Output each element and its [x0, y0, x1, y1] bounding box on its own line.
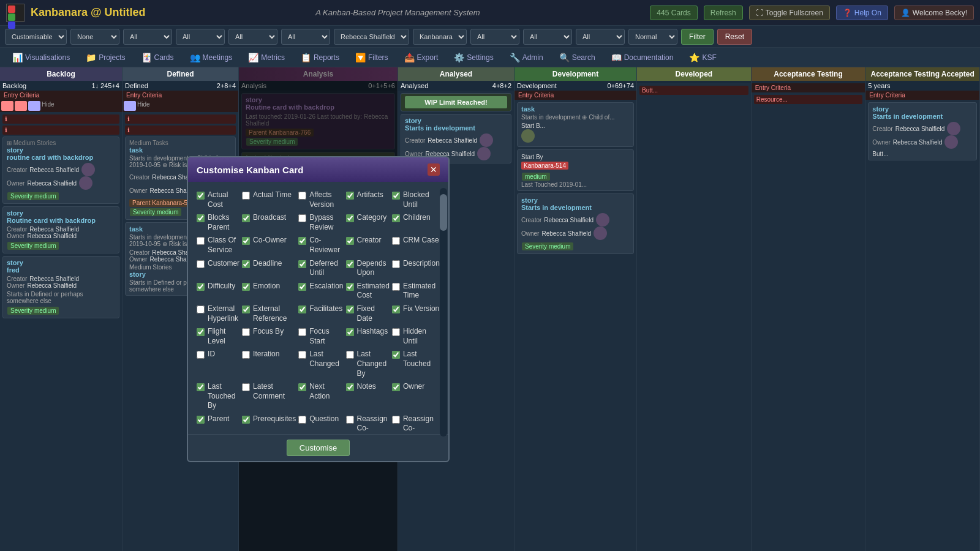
checkbox-item-last-changed-by[interactable]: Last Changed By: [346, 350, 390, 378]
checkbox-item-blocked-until[interactable]: Blocked Until: [392, 190, 440, 209]
checkbox-focus-start[interactable]: [298, 328, 306, 336]
checkbox-item-actual-time[interactable]: Actual Time: [242, 190, 296, 209]
checkbox-item-last-touched[interactable]: Last Touched: [392, 350, 440, 378]
checkbox-item-external-hyperlink[interactable]: External Hyperlink: [197, 304, 239, 323]
checkbox-item-affects-version[interactable]: Affects Version: [298, 190, 343, 209]
checkbox-item-deadline[interactable]: Deadline: [242, 259, 296, 278]
filter-button[interactable]: Filter: [681, 29, 714, 45]
filter-all6[interactable]: All: [523, 29, 572, 45]
checkbox-item-class-of-service[interactable]: Class Of Service: [197, 236, 239, 255]
checkbox-children[interactable]: [392, 214, 400, 222]
checkbox-item-estimated-time[interactable]: Estimated Time: [392, 282, 440, 301]
checkbox-item-flight-level[interactable]: Flight Level: [197, 327, 239, 346]
filter-customisable[interactable]: Customisable: [5, 29, 67, 45]
checkbox-question[interactable]: [298, 416, 306, 424]
checkbox-item-focus-by[interactable]: Focus By: [242, 327, 296, 346]
checkbox-depends-upon[interactable]: [346, 260, 354, 268]
checkbox-item-external-reference[interactable]: External Reference: [242, 304, 296, 323]
modal-close-button[interactable]: ✕: [428, 163, 440, 176]
scrollbar-track[interactable]: [440, 188, 447, 437]
user-button[interactable]: 👤 Welcome Becky!: [894, 6, 974, 20]
checkbox-actual-time[interactable]: [242, 192, 250, 200]
checkbox-emotion[interactable]: [242, 283, 250, 291]
checkbox-actual-cost[interactable]: [197, 192, 205, 200]
checkbox-broadcast[interactable]: [242, 214, 250, 222]
checkbox-item-hashtags[interactable]: Hashtags: [346, 327, 390, 346]
checkbox-hashtags[interactable]: [346, 328, 354, 336]
checkbox-item-parent[interactable]: Parent: [197, 414, 239, 434]
nav-reports[interactable]: 📋Reports: [293, 50, 347, 65]
checkbox-item-fixed-date[interactable]: Fixed Date: [346, 304, 390, 323]
nav-visualisations[interactable]: 📊Visualisations: [5, 50, 77, 65]
checkbox-fixed-date[interactable]: [346, 305, 354, 313]
checkbox-item-creator[interactable]: Creator: [346, 236, 390, 255]
scrollbar-thumb[interactable]: [440, 194, 447, 231]
checkbox-creator[interactable]: [346, 237, 354, 245]
checkbox-external-hyperlink[interactable]: [197, 305, 205, 313]
checkbox-item-fix-version[interactable]: Fix Version: [392, 304, 440, 323]
nav-settings[interactable]: ⚙️Settings: [447, 50, 500, 65]
checkbox-item-question[interactable]: Question: [298, 414, 343, 434]
checkbox-difficulty[interactable]: [197, 283, 205, 291]
filter-none[interactable]: None: [70, 29, 119, 45]
checkbox-item-co-reviewer[interactable]: Co-Reviewer: [298, 236, 343, 255]
checkbox-focus-by[interactable]: [242, 328, 250, 336]
checkbox-item-children[interactable]: Children: [392, 213, 440, 232]
checkbox-notes[interactable]: [346, 383, 354, 391]
checkbox-bypass-review[interactable]: [298, 214, 306, 222]
checkbox-latest-comment[interactable]: [242, 383, 250, 391]
checkbox-crm-case[interactable]: [392, 237, 400, 245]
checkbox-item-escalation[interactable]: Escalation: [298, 282, 343, 301]
checkbox-item-deferred-until[interactable]: Deferred Until: [298, 259, 343, 278]
checkbox-item-artifacts[interactable]: Artifacts: [346, 190, 390, 209]
checkbox-escalation[interactable]: [298, 283, 306, 291]
checkbox-deadline[interactable]: [242, 260, 250, 268]
nav-meetings[interactable]: 👥Meetings: [183, 50, 240, 65]
filter-all4[interactable]: All: [281, 29, 330, 45]
checkbox-blocks-parent[interactable]: [197, 214, 205, 222]
nav-filters[interactable]: 🔽Filters: [348, 50, 396, 65]
filter-kanbanara[interactable]: Kanbanara: [413, 29, 467, 45]
checkbox-iteration[interactable]: [242, 351, 250, 359]
checkbox-item-focus-start[interactable]: Focus Start: [298, 327, 343, 346]
checkbox-item-crm-case[interactable]: CRM Case: [392, 236, 440, 255]
checkbox-item-last-changed[interactable]: Last Changed: [298, 350, 343, 378]
checkbox-co-owner[interactable]: [242, 237, 250, 245]
checkbox-item-actual-cost[interactable]: Actual Cost: [197, 190, 239, 209]
fullscreen-button[interactable]: ⛶ Toggle Fullscreen: [749, 6, 830, 20]
checkbox-estimated-time[interactable]: [392, 283, 400, 291]
checkbox-hidden-until[interactable]: [392, 328, 400, 336]
filter-all2[interactable]: All: [176, 29, 225, 45]
checkbox-flight-level[interactable]: [197, 328, 205, 336]
checkbox-description[interactable]: [392, 260, 400, 268]
refresh-button[interactable]: Refresh: [704, 6, 743, 20]
checkbox-item-estimated-cost[interactable]: Estimated Cost: [346, 282, 390, 301]
nav-admin[interactable]: 🔧Admin: [502, 50, 551, 65]
checkbox-item-next-action[interactable]: Next Action: [298, 382, 343, 411]
checkbox-fix-version[interactable]: [392, 305, 400, 313]
checkbox-parent[interactable]: [197, 416, 205, 424]
checkbox-affects-version[interactable]: [298, 192, 306, 200]
filter-normal[interactable]: Normal: [628, 29, 677, 45]
nav-cards[interactable]: 🃏Cards: [134, 50, 181, 65]
checkbox-item-broadcast[interactable]: Broadcast: [242, 213, 296, 232]
checkbox-item-reassign-co-reviewer[interactable]: Reassign Co-Reviewer: [392, 414, 440, 434]
checkbox-last-touched-by[interactable]: [197, 383, 205, 391]
nav-search[interactable]: 🔍Search: [552, 50, 603, 65]
checkbox-item-hidden-until[interactable]: Hidden Until: [392, 327, 440, 346]
checkbox-item-depends-upon[interactable]: Depends Upon: [346, 259, 390, 278]
filter-all5[interactable]: All: [470, 29, 519, 45]
checkbox-customer[interactable]: [197, 260, 205, 268]
filter-all1[interactable]: All: [123, 29, 172, 45]
checkbox-item-notes[interactable]: Notes: [346, 382, 390, 411]
cards-count-button[interactable]: 445 Cards: [650, 6, 697, 20]
nav-projects[interactable]: 📁Projects: [78, 50, 132, 65]
checkbox-blocked-until[interactable]: [392, 192, 400, 200]
filter-all7[interactable]: All: [576, 29, 625, 45]
checkbox-reassign-co-owner[interactable]: [346, 416, 354, 424]
checkbox-prerequisites[interactable]: [242, 416, 250, 424]
checkbox-last-touched[interactable]: [392, 351, 400, 359]
checkbox-class-of-service[interactable]: [197, 237, 205, 245]
checkbox-item-last-touched-by[interactable]: Last Touched By: [197, 382, 239, 411]
checkbox-item-owner[interactable]: Owner: [392, 382, 440, 411]
